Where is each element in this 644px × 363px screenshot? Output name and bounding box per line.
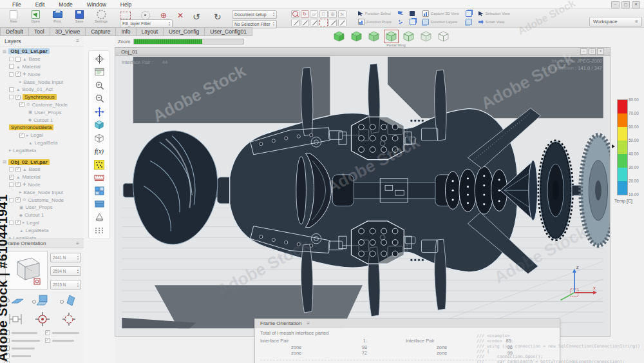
scale-pointer-icon[interactable] (612, 144, 615, 148)
visibility-checkbox[interactable] (15, 167, 21, 172)
orientation-cube-preview[interactable] (5, 251, 48, 289)
option-checkbox[interactable] (45, 330, 50, 335)
engine-model-canvas[interactable]: z x (115, 55, 610, 336)
layer-tree-item[interactable]: SynchronousBeta (0, 124, 82, 132)
toolbar-button-print[interactable]: Print (48, 10, 67, 23)
close-icon[interactable]: ✕ (597, 48, 604, 55)
layer-tree-item[interactable]: ⊙Custome_Node (0, 196, 82, 204)
function-editor-icon[interactable]: f(x) (91, 146, 107, 157)
fill-mode-cube-1[interactable] (350, 30, 363, 43)
fill-mode-cube-2[interactable] (367, 30, 381, 43)
expander-icon[interactable] (9, 167, 14, 172)
measure-ruler-icon[interactable] (91, 173, 107, 183)
selection-view-button[interactable]: Selection View (478, 10, 510, 17)
layer-tree-item[interactable]: ✚Node (0, 181, 82, 189)
visibility-checkbox[interactable] (19, 102, 24, 107)
layer-tree-item[interactable]: ▲Base (0, 166, 82, 173)
flagged-button[interactable] (466, 10, 472, 17)
expander-icon[interactable] (9, 72, 14, 77)
layer-tree-item[interactable]: ▲LegalBeta (0, 226, 82, 234)
tab-capture[interactable]: Capture (85, 27, 115, 36)
layer-tree-item[interactable]: ⊙Custome_Node (0, 101, 82, 109)
orientation-spinner-3[interactable]: 2515 N (50, 280, 81, 289)
layer-tree-item[interactable]: ▲Body_01_Act (0, 86, 82, 93)
visibility-checkbox[interactable] (15, 220, 21, 225)
rect-tool-icon[interactable]: □ (319, 10, 328, 18)
pen-tool-icon[interactable] (338, 19, 346, 26)
toolbar-button-save[interactable]: Save (70, 10, 89, 23)
toolbar-button-settings[interactable]: Settings (91, 10, 111, 23)
copy-button[interactable] (410, 19, 416, 25)
layer-tree-item[interactable]: ◆Cutout 1 (0, 211, 82, 219)
3d-viewport[interactable]: z x Obj_01 ─ ▢ ✕ Interface Pair :44 Im. … (115, 47, 611, 337)
plane-xz-icon[interactable] (59, 294, 79, 307)
cone-primitive-icon[interactable] (91, 212, 107, 222)
layer-tree-item[interactable]: ▲LegalBeta (0, 139, 82, 147)
visibility-checkbox[interactable] (15, 95, 21, 100)
center-tool-icon[interactable]: ◎ (328, 10, 337, 18)
undo-icon[interactable]: ↺ (193, 12, 200, 22)
layer-tree-item[interactable]: ▸Base_Node Input (0, 188, 82, 196)
layer-tree-item[interactable]: ▸Legal (0, 219, 82, 227)
fill-mode-cube-3[interactable] (384, 30, 398, 43)
clip-button[interactable] (466, 19, 472, 25)
panel-menu-icon[interactable]: ≡ (76, 38, 79, 44)
toolbar-button-open[interactable]: Open (26, 10, 45, 23)
tab-3d_viewe[interactable]: 3D_Viewe (50, 27, 86, 36)
pen-tool-icon[interactable] (310, 19, 318, 26)
rotate-tool-icon[interactable]: ↻ (301, 10, 309, 18)
close-icon[interactable]: ✕ (632, 1, 640, 8)
expander-icon[interactable] (9, 95, 14, 99)
selected-region-tool-icon[interactable] (319, 19, 328, 26)
badge-3x-icon[interactable]: 3x (338, 10, 346, 18)
orientation-spinner-2[interactable]: 2594 N (50, 266, 81, 276)
layer-root-2[interactable]: ▤Obj_02_Lvl.par (0, 158, 82, 166)
single-view-icon[interactable] (91, 199, 107, 210)
menu-item-help[interactable]: Help (113, 1, 138, 8)
visibility-checkbox[interactable] (15, 197, 21, 202)
viewport-titlebar[interactable]: Obj_01 ─ ▢ ✕ (115, 48, 610, 56)
expander-icon[interactable] (9, 57, 14, 61)
properties-panel-icon[interactable] (91, 67, 107, 77)
tab-layout[interactable]: Layout (136, 27, 164, 36)
tab-default[interactable]: Default (0, 27, 28, 36)
tab-info[interactable]: Info (115, 27, 135, 36)
tab-user_config[interactable]: User_Config (163, 27, 204, 36)
dark-square-button[interactable] (410, 10, 416, 17)
layer-tree-item[interactable]: ◆Cutout 1 (0, 116, 82, 124)
layer-tree-item[interactable]: ▣User_Props (0, 108, 82, 116)
visibility-checkbox[interactable] (19, 133, 24, 138)
pen-tool-icon[interactable] (301, 19, 309, 26)
zoom-out-icon[interactable] (91, 93, 107, 104)
fill-mode-cube-0[interactable] (332, 30, 346, 43)
maximize-icon[interactable]: ▢ (621, 1, 630, 8)
function-props-button[interactable]: Function Props (358, 19, 392, 25)
capture-3d-view-button[interactable]: Capture 3D View (422, 10, 459, 17)
marquee-select-icon[interactable] (120, 12, 131, 19)
function-layers-button[interactable]: Function Layers (422, 19, 459, 25)
function-select-button[interactable]: Function Select (358, 10, 392, 17)
visibility-checkbox[interactable] (9, 64, 14, 69)
target-select-icon[interactable]: ⊕ (160, 12, 167, 19)
menu-item-edit[interactable]: Edit (28, 1, 52, 8)
pen-tool-icon[interactable] (328, 19, 337, 26)
minimize-icon[interactable]: ─ (611, 1, 620, 8)
crosshair-filled-icon[interactable] (35, 312, 50, 326)
grid-points-icon[interactable] (91, 226, 107, 236)
layer-tree-item[interactable]: ▲Material (0, 173, 82, 181)
visibility-checkbox[interactable] (15, 57, 21, 62)
pen-tool-icon[interactable] (291, 19, 299, 26)
visibility-checkbox[interactable] (15, 182, 21, 187)
expander-icon[interactable] (9, 182, 14, 187)
visibility-checkbox[interactable] (15, 72, 21, 77)
menu-item-window[interactable]: Window (80, 1, 113, 8)
solid-cube-icon[interactable] (91, 120, 107, 130)
lasso-tool-icon[interactable]: ▱ (310, 10, 318, 18)
layer-tree-item[interactable]: ▸Legal (0, 132, 82, 139)
layer-tree-item[interactable]: ▸Base_Node Input (0, 78, 82, 86)
tab-tool[interactable]: Tool (28, 27, 50, 36)
layer-tree-item[interactable]: ▣User_Props (0, 204, 82, 211)
layer-tree-item[interactable]: ✚Node (0, 70, 82, 78)
tab-user_config01[interactable]: User_Config01 (204, 27, 252, 36)
smart-view-button[interactable]: Smart View (478, 19, 510, 25)
